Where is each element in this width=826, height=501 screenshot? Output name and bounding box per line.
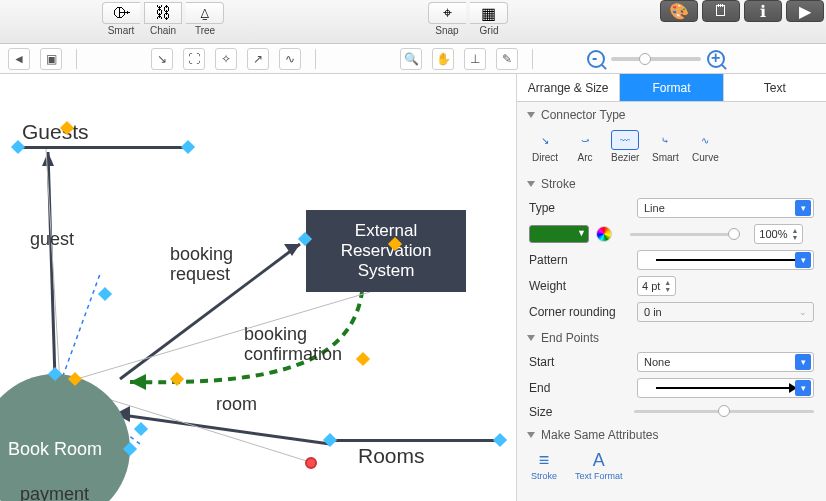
rooms-node[interactable] bbox=[330, 439, 500, 442]
info-button[interactable]: ℹ Info bbox=[742, 0, 784, 43]
origin-handle[interactable] bbox=[305, 457, 317, 469]
hand-tool[interactable]: ✋ bbox=[432, 48, 454, 70]
zoom-out-icon[interactable]: - bbox=[587, 50, 605, 68]
chain-label: Chain bbox=[142, 25, 184, 36]
svg-line-7 bbox=[46, 149, 60, 384]
stroke-icon: ≡ bbox=[531, 450, 557, 471]
endpoint-size-slider[interactable] bbox=[634, 410, 814, 413]
section-title-connector: Connector Type bbox=[541, 108, 626, 122]
tab-arrange[interactable]: Arrange & Size bbox=[517, 74, 619, 101]
grid-icon: ▦ bbox=[481, 4, 496, 23]
external-reservation-node[interactable]: External Reservation System bbox=[306, 210, 466, 292]
stroke-pattern-select[interactable]: ▾ bbox=[637, 250, 814, 270]
color-wheel-icon[interactable] bbox=[596, 226, 612, 242]
chain-button[interactable]: ⛓ Chain bbox=[142, 2, 184, 36]
tab-format[interactable]: Format bbox=[619, 74, 722, 101]
tool-a[interactable]: ↘ bbox=[151, 48, 173, 70]
connector-bezier[interactable]: 〰Bezier bbox=[611, 130, 639, 163]
smart-button[interactable]: ⌱ Smart bbox=[100, 2, 142, 36]
endpoint-end-select[interactable]: ▾ bbox=[637, 378, 814, 398]
weight-label: Weight bbox=[529, 279, 629, 293]
outline-toggle[interactable]: ▣ bbox=[40, 48, 62, 70]
connector-smart[interactable]: ⤷Smart bbox=[651, 130, 679, 163]
endpoint-start-select[interactable]: None▾ bbox=[637, 352, 814, 372]
section-endpoints[interactable]: End Points bbox=[517, 325, 826, 349]
hypernote-button[interactable]: 🗒 Hypernote bbox=[700, 0, 742, 43]
section-title-endpoints: End Points bbox=[541, 331, 599, 345]
format-label: Format bbox=[658, 23, 700, 34]
inspector-tabs: Arrange & Size Format Text bbox=[517, 74, 826, 102]
back-button[interactable]: ◄ bbox=[8, 48, 30, 70]
same-stroke-button[interactable]: ≡Stroke bbox=[531, 450, 557, 481]
tool-c[interactable]: ✧ bbox=[215, 48, 237, 70]
zoom-tool[interactable]: 🔍 bbox=[400, 48, 422, 70]
disclosure-triangle-icon bbox=[527, 335, 535, 341]
toolbar-group-snap: ⌖ Snap ▦ Grid bbox=[426, 0, 510, 43]
stroke-color-swatch[interactable]: ▼ bbox=[529, 225, 589, 243]
booking-confirmation-label: booking confirmation bbox=[244, 324, 354, 364]
palette-icon: 🎨 bbox=[669, 2, 689, 21]
tree-label: Tree bbox=[184, 25, 226, 36]
svg-line-8 bbox=[60, 274, 100, 384]
zoom-in-icon[interactable]: + bbox=[707, 50, 725, 68]
connector-direct[interactable]: ↘Direct bbox=[531, 130, 559, 163]
connector-arc[interactable]: ⤻Arc bbox=[571, 130, 599, 163]
hypernote-icon: 🗒 bbox=[713, 2, 729, 20]
section-same-attr[interactable]: Make Same Attributes bbox=[517, 422, 826, 446]
format-button[interactable]: 🎨 Format bbox=[658, 0, 700, 43]
canvas[interactable]: Guests External Reservation System Rooms… bbox=[0, 74, 516, 501]
text-format-icon: A bbox=[575, 450, 623, 471]
guests-node[interactable] bbox=[18, 146, 188, 149]
tool-d[interactable]: ↗ bbox=[247, 48, 269, 70]
tree-icon: ⍙ bbox=[200, 4, 210, 22]
snap-icon: ⌖ bbox=[443, 4, 452, 22]
present-button[interactable]: ▶ Present bbox=[784, 0, 826, 43]
same-text-format-button[interactable]: AText Format bbox=[575, 450, 623, 481]
stroke-type-select[interactable]: Line▾ bbox=[637, 198, 814, 218]
zoom-controls: - + bbox=[587, 50, 725, 68]
corner-label: Corner rounding bbox=[529, 305, 629, 319]
snap-button[interactable]: ⌖ Snap bbox=[426, 2, 468, 36]
inspector-panel: Arrange & Size Format Text Connector Typ… bbox=[516, 74, 826, 501]
start-label: Start bbox=[529, 355, 629, 369]
stroke-opacity-field[interactable]: 100%▲▼ bbox=[754, 224, 803, 244]
tool-b[interactable]: ⛶ bbox=[183, 48, 205, 70]
book-room-node[interactable]: Book Room bbox=[0, 374, 130, 501]
main-toolbar: ⌱ Smart ⛓ Chain ⍙ Tree ⌖ Snap ▦ Grid 🎨 F… bbox=[0, 0, 826, 44]
guest-edge-label: guest bbox=[30, 229, 74, 250]
connector-curve[interactable]: ∿Curve bbox=[691, 130, 719, 163]
tree-button[interactable]: ⍙ Tree bbox=[184, 2, 226, 36]
disclosure-triangle-icon bbox=[527, 432, 535, 438]
disclosure-triangle-icon bbox=[527, 181, 535, 187]
section-stroke[interactable]: Stroke bbox=[517, 171, 826, 195]
end-label: End bbox=[529, 381, 629, 395]
zoom-slider[interactable] bbox=[611, 57, 701, 61]
stroke-weight-field[interactable]: 4 pt▲▼ bbox=[637, 276, 676, 296]
smart-icon: ⌱ bbox=[114, 4, 130, 22]
section-title-same-attr: Make Same Attributes bbox=[541, 428, 658, 442]
snap-label: Snap bbox=[426, 25, 468, 36]
size-label: Size bbox=[529, 405, 626, 419]
eyedropper-tool[interactable]: ✎ bbox=[496, 48, 518, 70]
booking-request-label: booking request bbox=[170, 244, 250, 284]
toolbar-group-layout: ⌱ Smart ⛓ Chain ⍙ Tree bbox=[100, 0, 226, 43]
stamp-tool[interactable]: ⊥ bbox=[464, 48, 486, 70]
chain-icon: ⛓ bbox=[155, 4, 171, 22]
tool-e[interactable]: ∿ bbox=[279, 48, 301, 70]
tab-text[interactable]: Text bbox=[723, 74, 826, 101]
section-title-stroke: Stroke bbox=[541, 177, 576, 191]
info-label: Info bbox=[742, 23, 784, 34]
stroke-opacity-slider[interactable] bbox=[630, 233, 740, 236]
corner-rounding-select[interactable]: 0 in ⌄ bbox=[637, 302, 814, 322]
guests-label: Guests bbox=[22, 120, 89, 144]
hypernote-label: Hypernote bbox=[700, 23, 742, 34]
svg-marker-1 bbox=[284, 244, 300, 256]
stroke-type-label: Type bbox=[529, 201, 629, 215]
info-icon: ℹ bbox=[760, 2, 766, 21]
svg-marker-2 bbox=[130, 374, 146, 390]
grid-label: Grid bbox=[468, 25, 510, 36]
section-connector-type[interactable]: Connector Type bbox=[517, 102, 826, 126]
room-edge-label: room bbox=[216, 394, 257, 415]
grid-button[interactable]: ▦ Grid bbox=[468, 2, 510, 36]
payment-edge-label: payment bbox=[20, 484, 89, 501]
